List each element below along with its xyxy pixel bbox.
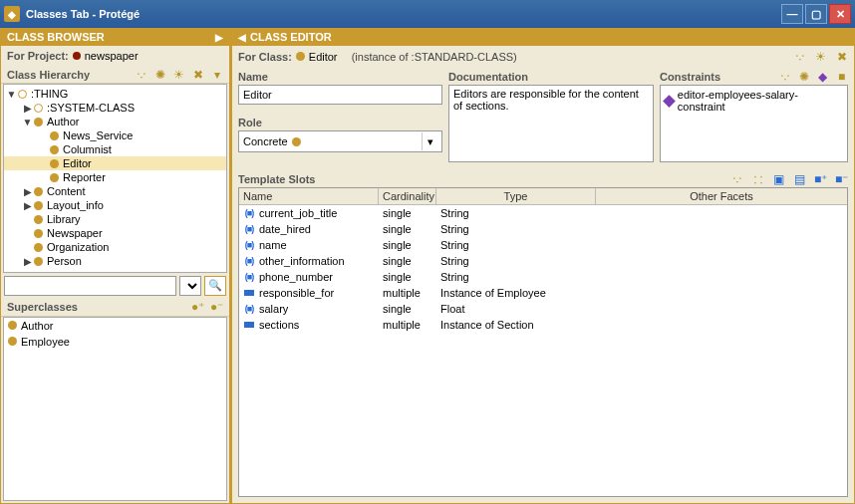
- table-row[interactable]: (■)phone_numbersingleString: [239, 269, 847, 285]
- col-cardinality[interactable]: Cardinality: [379, 188, 436, 204]
- expander-open-icon[interactable]: ▼: [22, 117, 33, 127]
- template-slots-table[interactable]: Name Cardinality Type Other Facets (■)cu…: [238, 187, 848, 497]
- slot-other-facets: [596, 206, 847, 220]
- constraint-remove-icon[interactable]: ■: [835, 71, 848, 84]
- table-row[interactable]: (■)current_job_titlesingleString: [239, 205, 847, 221]
- table-row[interactable]: responsible_formultipleInstance of Emplo…: [239, 285, 847, 301]
- add-superclass-icon[interactable]: ●⁺: [191, 301, 204, 314]
- table-row[interactable]: (■)salarysingleFloat: [239, 301, 847, 317]
- find-button[interactable]: 🔍: [204, 276, 226, 296]
- editor-action2-icon[interactable]: ☀: [814, 50, 827, 63]
- inherited-slot-icon: (■): [243, 304, 255, 314]
- expander-closed-icon[interactable]: ▶: [22, 103, 33, 114]
- slot-type: Instance of Employee: [436, 286, 596, 300]
- superclass-item[interactable]: Author: [4, 318, 226, 334]
- slot-action2-icon[interactable]: ⸬: [751, 172, 764, 185]
- expander-closed-icon[interactable]: ▶: [22, 256, 33, 267]
- tree-node-label: Reporter: [63, 171, 106, 183]
- slot-other-facets: [596, 270, 847, 284]
- slot-remove-icon[interactable]: ■⁻: [835, 172, 848, 185]
- close-button[interactable]: ✕: [829, 4, 851, 24]
- search-input[interactable]: [4, 276, 176, 296]
- expander-closed-icon[interactable]: ▶: [22, 186, 33, 197]
- tree-node[interactable]: ▼:THING: [4, 87, 226, 101]
- role-dropdown[interactable]: Concrete ▾: [238, 130, 442, 152]
- class-node-icon: [34, 257, 43, 266]
- delete-class-icon[interactable]: ✖: [191, 68, 204, 81]
- slot-action1-icon[interactable]: ⸪: [730, 172, 743, 185]
- constraint-item[interactable]: editor-employees-salary-constraint: [665, 88, 843, 114]
- role-value: Concrete: [243, 135, 288, 147]
- window-titlebar: ◆ Classes Tab - Protégé — ▢ ✕: [0, 0, 855, 28]
- tree-node[interactable]: ▼Author: [4, 115, 226, 128]
- inherited-slot-icon: (■): [243, 272, 255, 282]
- slot-create-icon[interactable]: ▣: [772, 172, 785, 185]
- class-icon: [8, 337, 17, 346]
- maximize-button[interactable]: ▢: [805, 4, 827, 24]
- table-row[interactable]: (■)namesingleString: [239, 237, 847, 253]
- own-slot-icon: [243, 288, 255, 298]
- constraints-list[interactable]: editor-employees-salary-constraint: [660, 85, 848, 162]
- editor-close-icon[interactable]: ✖: [835, 50, 848, 63]
- class-node-icon: [18, 90, 27, 99]
- table-header-row: Name Cardinality Type Other Facets: [239, 188, 847, 205]
- tree-node[interactable]: ▶Layout_info: [4, 198, 226, 212]
- expander-none: [38, 158, 49, 169]
- editor-action1-icon[interactable]: ⸪: [793, 50, 806, 63]
- tree-node[interactable]: Editor: [4, 156, 226, 170]
- table-row[interactable]: (■)other_informationsingleString: [239, 253, 847, 269]
- constraint-action1-icon[interactable]: ⸪: [778, 71, 791, 84]
- role-field-label: Role: [238, 115, 442, 130]
- table-row[interactable]: (■)date_hiredsingleString: [239, 221, 847, 237]
- expander-closed-icon[interactable]: ▶: [22, 200, 33, 211]
- tree-node[interactable]: ▶:SYSTEM-CLASS: [4, 101, 226, 115]
- expander-none: [22, 214, 33, 225]
- slot-other-facets: [596, 222, 847, 236]
- minimize-button[interactable]: —: [781, 4, 803, 24]
- slot-other-facets: [596, 302, 847, 316]
- col-type[interactable]: Type: [436, 188, 596, 204]
- create-class-icon[interactable]: ✺: [153, 68, 166, 81]
- slot-type: String: [436, 222, 596, 236]
- remove-superclass-icon[interactable]: ●⁻: [210, 301, 223, 314]
- tree-node[interactable]: Reporter: [4, 170, 226, 184]
- slot-override-icon[interactable]: ▤: [793, 172, 806, 185]
- slot-add-icon[interactable]: ■⁺: [814, 172, 827, 185]
- class-tree[interactable]: ▼:THING▶:SYSTEM-CLASS▼AuthorNews_Service…: [3, 84, 227, 273]
- col-name[interactable]: Name: [239, 188, 379, 204]
- constraint-create-icon[interactable]: ✺: [797, 71, 810, 84]
- chevron-down-icon: ▾: [422, 132, 437, 150]
- col-other-facets[interactable]: Other Facets: [596, 188, 847, 204]
- tree-node-label: :SYSTEM-CLASS: [47, 102, 135, 114]
- class-node-icon: [34, 243, 43, 252]
- own-slot-icon: [243, 320, 255, 330]
- collapse-editor-icon[interactable]: ◀: [238, 32, 246, 43]
- search-history-dropdown[interactable]: [179, 276, 201, 296]
- tree-node[interactable]: ▶Content: [4, 184, 226, 198]
- name-input[interactable]: [238, 85, 442, 105]
- create-subclass-icon[interactable]: ☀: [172, 68, 185, 81]
- tree-node[interactable]: Library: [4, 212, 226, 226]
- expander-open-icon[interactable]: ▼: [6, 89, 17, 100]
- superclasses-list[interactable]: AuthorEmployee: [3, 317, 227, 502]
- tree-node[interactable]: Newspaper: [4, 226, 226, 240]
- superclass-item[interactable]: Employee: [4, 334, 226, 350]
- class-node-icon: [34, 187, 43, 196]
- tree-node[interactable]: News_Service: [4, 128, 226, 142]
- for-class-row: For Class: Editor (instance of :STANDARD…: [232, 46, 854, 67]
- slot-other-facets: [596, 254, 847, 268]
- documentation-textarea[interactable]: [448, 85, 654, 162]
- collapse-browser-icon[interactable]: ▶: [215, 32, 223, 43]
- constraints-label: Constraints: [660, 69, 720, 85]
- expander-none: [22, 242, 33, 253]
- class-hierarchy-bar: Class Hierarchy ⸪ ✺ ☀ ✖ ▾: [1, 66, 229, 84]
- tree-node[interactable]: Organization: [4, 240, 226, 254]
- superclasses-label: Superclasses: [7, 301, 78, 313]
- tree-node[interactable]: ▶Person: [4, 254, 226, 268]
- view-tree-icon[interactable]: ⸪: [135, 68, 147, 81]
- constraint-add-icon[interactable]: ◆: [816, 71, 829, 84]
- menu-chevron-icon[interactable]: ▾: [210, 68, 223, 81]
- table-row[interactable]: sectionsmultipleInstance of Section: [239, 317, 847, 333]
- class-node-icon: [50, 159, 59, 168]
- tree-node[interactable]: Columnist: [4, 142, 226, 156]
